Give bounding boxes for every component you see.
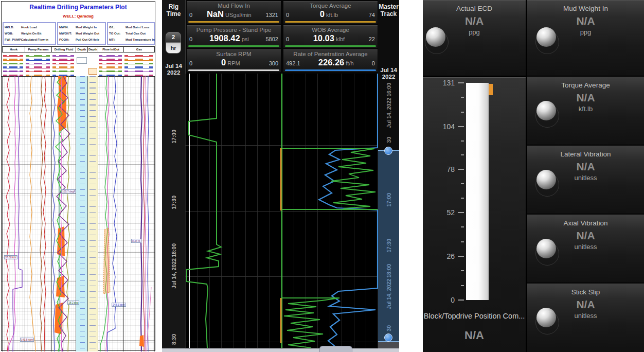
gauge-header: Mud Flow In 0 NaN USgal/min 1321 Torque … [185,0,379,74]
log-annotation: 0.34 % [131,239,141,243]
track-header: Flow In/Out [98,46,124,52]
gauge-bar [188,69,279,71]
log-annotation: 18.2 ppg [67,301,79,305]
track-header: Depth [76,46,88,52]
legend-box-1: HKLD:Hook Load WOB:Weight On Bit FWI_PUM… [3,22,56,45]
bottom-drag-handle[interactable] [319,346,352,352]
legend: HKLD:Hook Load WOB:Weight On Bit FWI_PUM… [2,22,155,46]
strip-chart[interactable] [185,74,378,348]
track-header: Pump Params [25,46,52,52]
status-sphere-icon [536,308,556,327]
status-sphere-icon [536,239,556,258]
legend-box-2: MWIN:Mud Weight In MWOUT:Mud Weight Out … [57,22,106,45]
readouts-panel: Actual ECD N/A ppg Mud Weight In N/A ppg… [423,0,644,352]
track-headers: HookPump ParamsDrilling FluidDepthDepthF… [2,46,155,52]
log-plot: 37.08 klbf141.5 spm105.7 degF18.2 ppg243… [2,76,155,351]
rig-time-rail: 17:0017:30Jul 14, 202218:008:30 RigTime … [162,0,185,352]
tile-lateral-vibration: Lateral Vibration N/A unitless [527,146,644,214]
track-header: Gas [123,46,155,52]
position-gauge-value: N/A [423,329,526,342]
gauge-bar [188,21,279,23]
log-annotation: 105.7 degF [61,189,76,193]
drilling-dashboard: Realtime Drilling Parameters Plot WELL: … [0,0,644,352]
gauge-wob-average: WOB Average 0 10.03 klbf 22 [283,25,378,48]
position-gauge-marker [489,84,493,95]
tile-stick-slip: Stick Slip N/A unitless [527,284,644,352]
track-header: Drilling Fluid [51,46,76,52]
bottom-bar [162,348,399,352]
well-name: WELL: Qaradağ [2,14,155,19]
master-track-label: MasterTrack [378,3,399,17]
position-gauge-bar [466,83,489,300]
master-track-rail: Jul 14, 202216:003017:0017:30Jul 14, 202… [378,0,399,352]
strip-chart-panel: 17:0017:30Jul 14, 202218:008:30 RigTime … [162,0,399,352]
track-header: Depth [87,46,98,52]
gauge-mud-flow-in: Mud Flow In 0 NaN USgal/min 1321 [187,1,281,24]
gauge-bar [285,21,376,23]
tile-torque-average: Torque Average N/A kft.lb [527,77,644,145]
tile-actual-ecd: Actual ECD N/A ppg [423,0,526,76]
gauge-pump-pressure: Pump Pressure - Stand Pipe 0 1908.42 psi… [187,25,281,48]
interval-button[interactable]: 2 hr [166,32,181,54]
gauge-bar [285,69,376,71]
gauge-torque-average: Torque Average 0 0 kft.lb 74 [283,1,378,24]
log-annotation: 37.08 klbf [4,255,17,259]
tile-mud-weight-in: Mud Weight In N/A ppg [527,0,644,76]
rail-date-right: Jul 142022 [378,67,399,80]
log-annotation: 141.5 spm [20,338,34,342]
page-title: Realtime Drilling Parameters Plot [2,4,155,11]
selection-handle-bottom[interactable] [384,333,392,342]
position-gauge: 1311047852260 Block/Topdrive Position Co… [423,77,526,352]
track-scale-rows [2,52,155,77]
master-track-selection[interactable] [378,150,399,342]
status-sphere-icon [426,27,445,47]
rig-time-label: RigTime [162,3,185,17]
status-sphere-icon [536,170,556,189]
track-header: Hook [2,46,25,52]
realtime-plot-panel: Realtime Drilling Parameters Plot WELL: … [1,1,155,351]
status-sphere-icon [536,101,556,120]
gauge-bar [285,45,376,47]
tile-axial-vibration: Axial Vibration N/A unitless [527,215,644,283]
position-gauge-label: Block/Topdrive Position Com... [423,312,526,320]
selection-handle-top[interactable] [384,147,392,155]
rail-date-left: Jul 142022 [162,63,185,76]
gauge-rop-average: Rate of Penetration Average 492.1 226.26… [283,49,378,72]
gauge-bar [188,45,279,47]
gauge-surface-rpm: Surface RPM 0 0 RPM 300 [187,49,281,72]
strip-curves [185,74,378,348]
legend-box-3: G/L:Mud Gain / Loss TG Out:Total Gas Out… [107,22,155,45]
status-sphere-icon [536,27,556,47]
